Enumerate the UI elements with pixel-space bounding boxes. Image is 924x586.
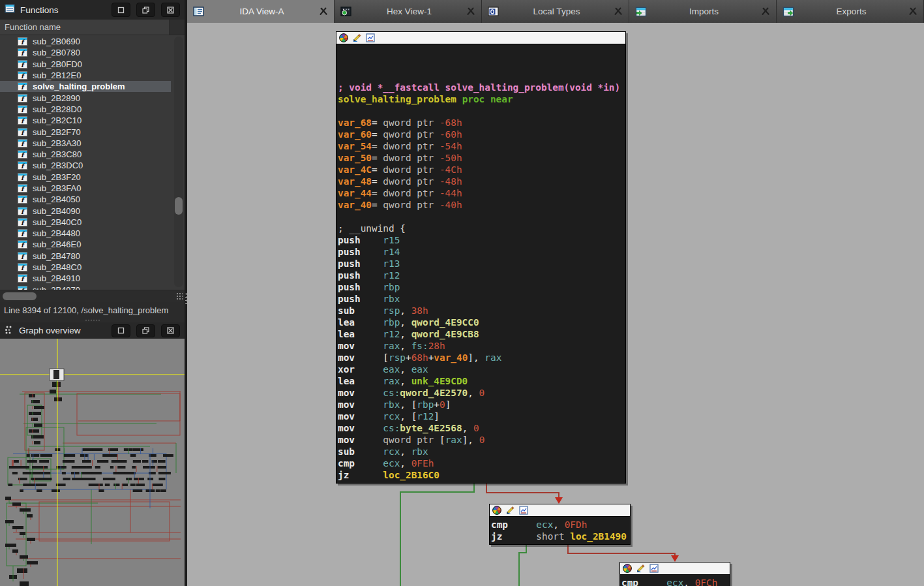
code-line[interactable]: xor eax, eax: [338, 363, 625, 375]
code-line[interactable]: push r14: [338, 246, 625, 258]
tab-close-icon[interactable]: [319, 7, 328, 16]
node-titlebar[interactable]: [490, 504, 630, 517]
function-row[interactable]: fsub_2B4480: [0, 228, 171, 239]
function-row[interactable]: fsub_2B3A30: [0, 138, 171, 149]
code-line[interactable]: lea rax, unk_4E9CD0: [338, 375, 625, 387]
node-titlebar[interactable]: [620, 563, 730, 575]
float-button[interactable]: [136, 324, 155, 337]
code-line[interactable]: [338, 105, 625, 117]
function-row[interactable]: fsub_2B3C80: [0, 149, 171, 160]
vertical-scrollbar[interactable]: [174, 37, 183, 287]
code-line[interactable]: push rbx: [338, 293, 625, 305]
code-line[interactable]: [338, 70, 625, 82]
tab-close-icon[interactable]: [466, 7, 475, 16]
tab-exports[interactable]: Exports: [777, 0, 924, 23]
function-row[interactable]: fsub_2B28D0: [0, 104, 171, 115]
edit-icon[interactable]: [636, 564, 646, 573]
code-line[interactable]: mov rbx, [rbp+0]: [338, 399, 625, 410]
function-name-column-header[interactable]: Function name: [0, 20, 170, 35]
code-line[interactable]: cmp ecx, 0FCh: [621, 577, 730, 586]
function-row[interactable]: fsub_2B4090: [0, 205, 171, 216]
tab-hex-view-1[interactable]: Hex View-1: [335, 0, 482, 23]
color-wheel-icon[interactable]: [492, 506, 501, 515]
function-row[interactable]: fsub_2B46E0: [0, 239, 171, 250]
code-line[interactable]: push r12: [338, 270, 625, 281]
function-row[interactable]: fsub_2B4780: [0, 251, 171, 262]
code-line[interactable]: mov rcx, [r12]: [338, 410, 625, 422]
code-line[interactable]: [338, 211, 625, 223]
function-row[interactable]: fsub_2B0690: [0, 36, 171, 47]
function-row[interactable]: fsub_2B4050: [0, 194, 171, 205]
code-line[interactable]: push rbp: [338, 281, 625, 293]
panel-splitter[interactable]: [0, 318, 185, 322]
edit-icon[interactable]: [352, 33, 362, 42]
tab-imports[interactable]: Imports: [629, 0, 777, 23]
close-button[interactable]: [161, 324, 180, 337]
code-line[interactable]: mov qword ptr [rax], 0: [338, 434, 625, 446]
tab-close-icon[interactable]: [614, 7, 623, 16]
horizontal-scrollbar-thumb[interactable]: [3, 292, 37, 300]
code-line[interactable]: [338, 58, 625, 70]
code-line[interactable]: [338, 46, 625, 58]
code-line[interactable]: mov cs:byte_4E2568, 0: [338, 422, 625, 434]
function-row[interactable]: fsub_2B2890: [0, 92, 171, 103]
code-line[interactable]: cmp ecx, 0FEh: [338, 457, 625, 469]
graph-overview-minimap[interactable]: [0, 339, 185, 586]
code-line[interactable]: mov cs:qword_4E2570, 0: [338, 387, 625, 399]
tab-ida-view-a[interactable]: IDA View-A: [187, 0, 335, 23]
close-button[interactable]: [161, 3, 180, 17]
code-line[interactable]: lea r12, qword_4E9CB8: [338, 328, 625, 340]
minimap-canvas[interactable]: [0, 339, 185, 586]
code-line[interactable]: var_44= dword ptr -44h: [338, 187, 625, 199]
function-row[interactable]: fsub_2B2C10: [0, 115, 171, 126]
tab-close-icon[interactable]: [908, 7, 917, 16]
chart-icon[interactable]: [366, 33, 375, 42]
function-row[interactable]: fsub_2B4910: [0, 273, 171, 284]
maximize-button[interactable]: [112, 3, 130, 17]
code-line[interactable]: mov rax, fs:28h: [338, 340, 625, 352]
code-line[interactable]: var_40= qword ptr -40h: [338, 199, 625, 211]
tab-local-types[interactable]: Local Types: [482, 0, 629, 23]
function-row[interactable]: fsub_2B4970: [0, 285, 171, 290]
function-row[interactable]: fsub_2B0FD0: [0, 59, 171, 70]
function-row[interactable]: fsub_2B3FA0: [0, 183, 171, 194]
chart-icon[interactable]: [649, 564, 659, 573]
code-line[interactable]: sub rsp, 38h: [338, 305, 625, 316]
code-line[interactable]: push r15: [338, 234, 625, 246]
code-line[interactable]: var_48= dword ptr -48h: [338, 176, 625, 187]
graph-node-block-cmp-0FDh[interactable]: cmp ecx, 0FDhjz short loc_2B1490: [489, 504, 631, 545]
function-row[interactable]: fsub_2B40C0: [0, 217, 171, 228]
function-row[interactable]: fsub_2B48C0: [0, 262, 171, 273]
function-row[interactable]: fsub_2B2F70: [0, 126, 171, 137]
function-row[interactable]: fsub_2B12E0: [0, 70, 171, 81]
vertical-scrollbar-thumb[interactable]: [175, 197, 183, 215]
function-row-selected[interactable]: fsolve_halting_problem: [0, 81, 171, 92]
code-line[interactable]: mov [rsp+68h+var_40], rax: [338, 352, 625, 363]
graph-canvas[interactable]: ; void *__fastcall solve_halting_problem…: [187, 23, 924, 586]
horizontal-scrollbar[interactable]: [0, 290, 185, 302]
chart-icon[interactable]: [519, 506, 528, 515]
code-line[interactable]: ; void *__fastcall solve_halting_problem…: [338, 82, 625, 93]
color-wheel-icon[interactable]: [623, 564, 632, 573]
node-titlebar[interactable]: [336, 32, 625, 44]
code-line[interactable]: lea rbp, qword_4E9CC0: [338, 316, 625, 328]
code-line[interactable]: sub rcx, rbx: [338, 446, 625, 457]
float-button[interactable]: [136, 3, 155, 17]
maximize-button[interactable]: [112, 324, 130, 337]
function-row[interactable]: fsub_2B3DC0: [0, 160, 171, 171]
code-line[interactable]: push r13: [338, 258, 625, 270]
code-line[interactable]: var_4C= dword ptr -4Ch: [338, 164, 625, 176]
edit-icon[interactable]: [505, 506, 515, 515]
code-line[interactable]: var_54= dword ptr -54h: [338, 140, 625, 152]
code-line[interactable]: solve_halting_problem proc near: [338, 93, 625, 105]
code-line[interactable]: jz loc_2B16C0: [338, 469, 625, 481]
code-line[interactable]: jz short loc_2B1490: [491, 531, 630, 542]
code-line[interactable]: cmp ecx, 0FDh: [491, 519, 630, 531]
function-row[interactable]: fsub_2B3F20: [0, 172, 171, 183]
resize-grip-icon[interactable]: [176, 292, 183, 300]
tab-close-icon[interactable]: [761, 7, 770, 16]
code-line[interactable]: var_68= qword ptr -68h: [338, 117, 625, 129]
code-line[interactable]: ; __unwind {: [338, 223, 625, 234]
color-wheel-icon[interactable]: [339, 33, 348, 42]
graph-node-block-cmp-0FCh[interactable]: cmp ecx, 0FCh: [619, 562, 730, 586]
